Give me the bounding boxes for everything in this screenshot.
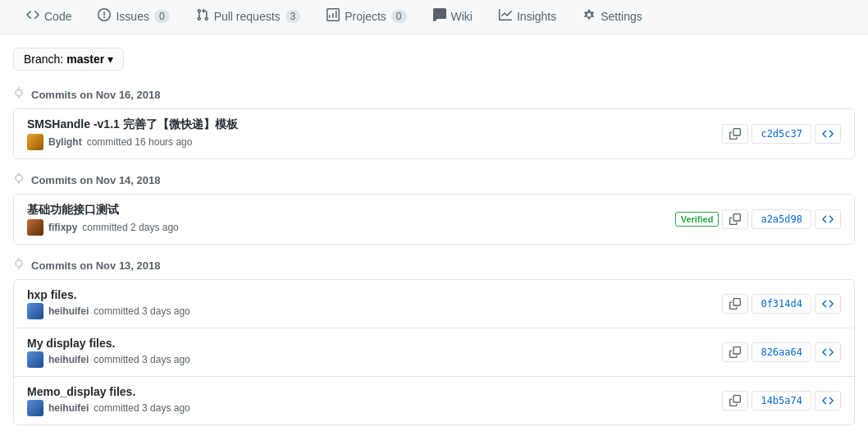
commit-group: Commits on Nov 14, 2018 基础功能接口测试 fifixpy… [13,172,855,245]
copy-hash-button[interactable] [722,342,748,362]
commit-time: committed 2 days ago [82,222,178,233]
commit-hash-button[interactable]: 0f314d4 [752,294,811,314]
tab-issues-label: Issues [116,10,148,23]
commit-group: Commits on Nov 13, 2018 hxp files. heihu… [13,258,855,425]
commit-message: hxp files. [27,288,722,301]
commit-hash-button[interactable]: c2d5c37 [752,124,811,144]
tab-navigation: Code Issues 0 Pull requests 3 Projects 0… [0,0,868,34]
avatar [27,219,43,236]
commit-time: committed 16 hours ago [87,136,193,148]
commit-date: Commits on Nov 14, 2018 [31,174,161,186]
issues-icon [98,8,111,24]
settings-icon [582,8,596,24]
commit-actions: 0f314d4 [722,294,841,314]
avatar [27,303,43,319]
verified-badge: Verified [675,212,720,227]
commit-message: Memo_display files. [27,385,722,398]
commit-item: hxp files. heihuifei committed 3 days ag… [14,280,854,328]
commit-meta: fifixpy committed 2 days ago [27,219,675,236]
commit-message: My display files. [27,337,722,350]
insights-icon [499,8,512,24]
commit-time: committed 3 days ago [94,305,190,317]
projects-icon [327,8,340,24]
tab-pr-label: Pull requests [214,10,281,23]
commit-time: committed 3 days ago [94,354,190,365]
tab-projects-label: Projects [345,10,386,23]
commit-hash-button[interactable]: 826aa64 [752,342,811,362]
svg-point-3 [16,175,22,181]
commit-hash-button[interactable]: 14b5a74 [752,391,811,411]
commit-info: My display files. heihuifei committed 3 … [27,337,722,368]
tab-insights[interactable]: Insights [486,0,569,34]
pr-icon [196,8,209,24]
branch-dropdown-icon: ▾ [107,53,113,66]
commit-message: SMSHandle -v1.1 完善了【微快递】模板 [27,117,722,132]
issues-badge: 0 [154,10,170,23]
commit-meta: heihuifei committed 3 days ago [27,400,722,416]
commit-info: SMSHandle -v1.1 完善了【微快递】模板 Bylight commi… [27,117,722,150]
commit-graph-icon [13,172,25,187]
commits-list: 基础功能接口测试 fifixpy committed 2 days ago Ve… [13,194,855,245]
commit-message: 基础功能接口测试 [27,203,675,218]
commit-author[interactable]: Bylight [48,136,82,148]
code-icon [26,8,39,24]
branch-label: Branch: [24,53,63,66]
tab-settings[interactable]: Settings [569,0,656,34]
commit-date-row: Commits on Nov 13, 2018 [13,258,855,273]
commit-graph-icon [13,258,25,273]
commit-date: Commits on Nov 16, 2018 [31,89,161,101]
tab-code-label: Code [44,10,71,23]
projects-badge: 0 [391,10,407,23]
commit-author[interactable]: heihuifei [48,305,89,317]
commit-time: committed 3 days ago [94,402,190,414]
commit-actions: c2d5c37 [722,124,841,144]
copy-hash-button[interactable] [722,209,748,229]
browse-code-button[interactable] [815,209,841,229]
browse-code-button[interactable] [815,342,841,362]
tab-projects[interactable]: Projects 0 [313,0,419,34]
commit-date: Commits on Nov 13, 2018 [31,259,161,272]
wiki-icon [433,8,446,24]
commit-author[interactable]: fifixpy [48,222,77,233]
commit-item: 基础功能接口测试 fifixpy committed 2 days ago Ve… [14,195,854,244]
commit-author[interactable]: heihuifei [48,402,89,414]
commit-date-row: Commits on Nov 16, 2018 [13,87,855,102]
commit-meta: Bylight committed 16 hours ago [27,134,722,150]
branch-name: master [66,53,104,66]
tab-wiki-label: Wiki [451,10,473,23]
commit-group: Commits on Nov 16, 2018 SMSHandle -v1.1 … [13,87,855,159]
avatar [27,351,43,368]
tab-issues[interactable]: Issues 0 [85,0,182,34]
browse-code-button[interactable] [815,124,841,144]
commits-list: hxp files. heihuifei committed 3 days ag… [13,279,855,425]
commit-actions: 826aa64 [722,342,841,362]
tab-insights-label: Insights [517,10,556,23]
commit-hash-button[interactable]: a2a5d98 [752,209,811,229]
browse-code-button[interactable] [815,391,841,411]
commit-item: SMSHandle -v1.1 完善了【微快递】模板 Bylight commi… [14,109,854,158]
copy-hash-button[interactable] [722,294,748,314]
commit-actions: 14b5a74 [722,391,841,411]
avatar [27,134,43,150]
commit-meta: heihuifei committed 3 days ago [27,351,722,368]
commit-graph-icon [13,87,25,102]
tab-pull-requests[interactable]: Pull requests 3 [183,0,314,34]
commit-author[interactable]: heihuifei [48,354,89,365]
browse-code-button[interactable] [815,294,841,314]
avatar [27,400,43,416]
svg-point-0 [16,89,22,96]
commit-info: 基础功能接口测试 fifixpy committed 2 days ago [27,203,675,236]
copy-hash-button[interactable] [722,124,748,144]
branch-selector-button[interactable]: Branch: master ▾ [13,48,124,71]
tab-code[interactable]: Code [13,0,85,34]
tab-wiki[interactable]: Wiki [420,0,486,34]
commit-info: Memo_display files. heihuifei committed … [27,385,722,416]
commit-date-row: Commits on Nov 14, 2018 [13,172,855,187]
copy-hash-button[interactable] [722,391,748,411]
commit-item: My display files. heihuifei committed 3 … [14,328,854,377]
commit-info: hxp files. heihuifei committed 3 days ag… [27,288,722,319]
tab-settings-label: Settings [601,10,642,23]
pr-badge: 3 [286,10,301,23]
commit-actions: Verified a2a5d98 [675,209,841,229]
main-content: Branch: master ▾ Commits on Nov 16, 2018… [0,34,868,445]
